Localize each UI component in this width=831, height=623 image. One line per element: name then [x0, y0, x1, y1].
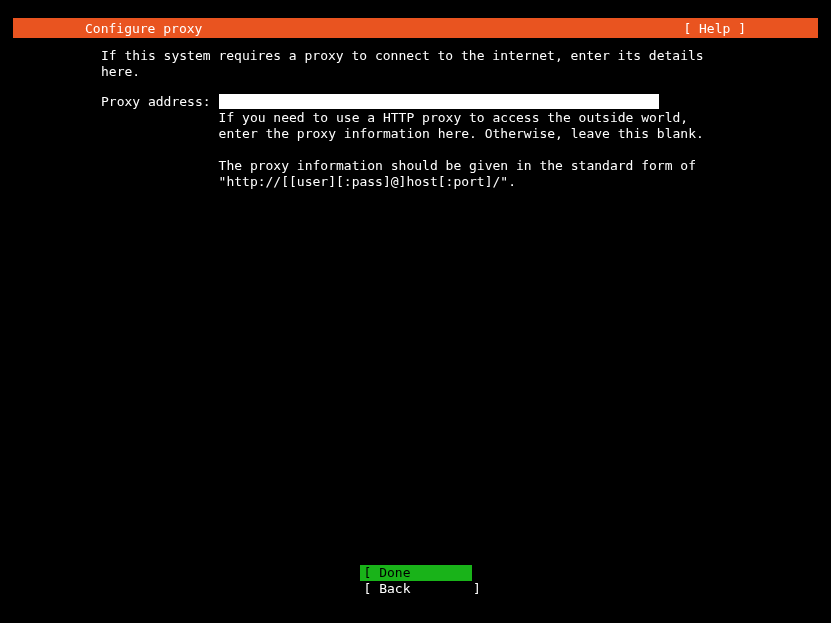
header-bar: Configure proxy [ Help ] — [13, 18, 818, 38]
done-button[interactable]: [ Done ] — [360, 565, 472, 581]
footer-buttons: [ Done ] [ Back ] — [13, 565, 818, 597]
proxy-field-column: If you need to use a HTTP proxy to acces… — [219, 94, 730, 190]
intro-text: If this system requires a proxy to conne… — [101, 48, 730, 80]
help-button[interactable]: [ Help ] — [683, 21, 818, 36]
proxy-help-text: If you need to use a HTTP proxy to acces… — [219, 110, 730, 190]
page-title: Configure proxy — [13, 21, 202, 36]
content-area: If this system requires a proxy to conne… — [13, 38, 818, 605]
proxy-address-label: Proxy address: — [101, 94, 211, 110]
back-button[interactable]: [ Back ] — [360, 581, 472, 597]
proxy-form-row: Proxy address: If you need to use a HTTP… — [101, 94, 730, 190]
proxy-address-input[interactable] — [219, 94, 659, 109]
